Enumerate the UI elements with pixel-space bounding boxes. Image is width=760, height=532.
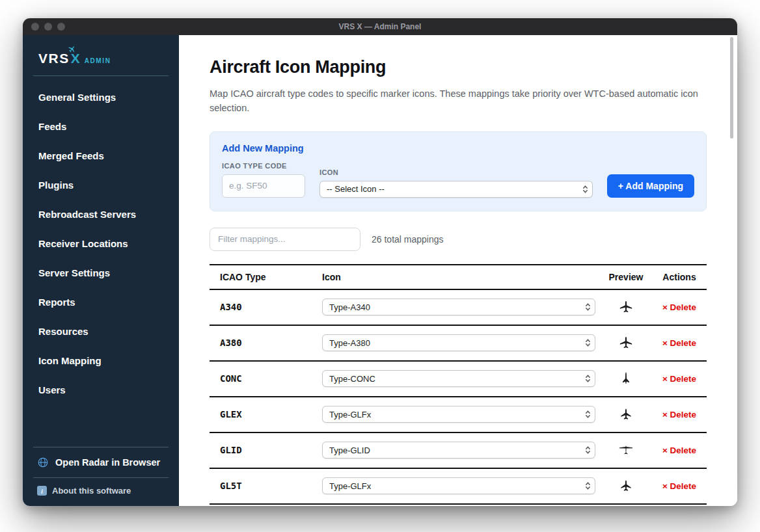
select-stepper-icon	[584, 409, 591, 419]
about-label: About this software	[52, 486, 131, 496]
glider-icon	[619, 443, 633, 457]
column-header-icon: Icon	[312, 272, 600, 282]
sidebar-item-receiver-locations[interactable]: Receiver Locations	[23, 229, 179, 258]
sidebar-nav: General SettingsFeedsMerged FeedsPlugins…	[23, 83, 179, 405]
window-titlebar: VRS X — Admin Panel	[23, 18, 737, 35]
mapping-table-body: A340 Type-A340 × Delete A380 Type-A380 ×…	[210, 290, 707, 505]
row-icon-select-value: Type-GLID	[329, 446, 370, 455]
delete-button[interactable]: × Delete	[662, 410, 696, 419]
sidebar-item-rebroadcast-servers[interactable]: Rebroadcast Servers	[23, 200, 179, 229]
window-minimize-button[interactable]	[44, 23, 52, 31]
sidebar-item-resources[interactable]: Resources	[23, 317, 179, 346]
icao-code-input[interactable]	[222, 174, 305, 198]
traffic-lights	[31, 18, 65, 35]
add-mapping-form: ICAO TYPE CODE ICON -- Select Icon -- + …	[222, 162, 694, 198]
filter-row: 26 total mappings	[210, 228, 707, 251]
sidebar-item-reports[interactable]: Reports	[23, 287, 179, 317]
window-zoom-button[interactable]	[57, 23, 65, 31]
select-stepper-icon	[582, 184, 589, 194]
table-row: GL5T Type-GLFx × Delete	[210, 469, 707, 505]
select-stepper-icon	[584, 481, 591, 491]
window-title: VRS X — Admin Panel	[23, 22, 737, 31]
mapping-table: ICAO Type Icon Preview Actions A340 Type…	[210, 264, 707, 505]
delete-button[interactable]: × Delete	[662, 338, 696, 348]
sidebar-item-icon-mapping[interactable]: Icon Mapping	[23, 346, 179, 375]
select-stepper-icon	[584, 302, 591, 312]
sidebar-footer: Open Radar in Browser i About this softw…	[23, 447, 179, 506]
icao-type-cell: GL5T	[210, 481, 312, 491]
sidebar-item-server-settings[interactable]: Server Settings	[23, 258, 179, 287]
icon-label: ICON	[319, 168, 593, 176]
row-icon-select[interactable]: Type-A380	[322, 334, 595, 351]
row-icon-select-value: Type-A380	[329, 338, 370, 348]
row-icon-select[interactable]: Type-CONC	[322, 370, 595, 387]
mapping-table-header: ICAO Type Icon Preview Actions	[210, 265, 707, 290]
main-content: Aircraft Icon Mapping Map ICAO aircraft …	[179, 35, 737, 506]
select-stepper-icon	[584, 445, 591, 455]
icon-select[interactable]: -- Select Icon --	[319, 181, 593, 198]
delete-button[interactable]: × Delete	[662, 374, 696, 384]
total-mappings-text: 26 total mappings	[372, 234, 444, 245]
table-row: A380 Type-A380 × Delete	[210, 326, 707, 362]
add-panel-title: Add New Mapping	[222, 143, 694, 153]
table-row: CONC Type-CONC × Delete	[210, 362, 707, 397]
icao-type-cell: A380	[210, 338, 312, 348]
row-icon-select-value: Type-GLFx	[329, 410, 371, 419]
scrollbar-thumb[interactable]	[730, 37, 733, 139]
row-icon-select[interactable]: Type-GLFx	[322, 406, 595, 423]
icao-type-cell: GLEX	[210, 409, 312, 419]
sidebar-item-plugins[interactable]: Plugins	[23, 170, 179, 200]
delete-button[interactable]: × Delete	[662, 302, 696, 312]
page-description: Map ICAO aircraft type codes to specific…	[210, 86, 707, 116]
table-row: A340 Type-A340 × Delete	[210, 290, 707, 326]
sidebar-item-open-radar-in-browser[interactable]: Open Radar in Browser	[23, 447, 179, 477]
app-logo: VRS X ADMIN	[33, 47, 169, 76]
row-icon-select-value: Type-CONC	[329, 374, 375, 384]
select-stepper-icon	[584, 373, 591, 384]
column-header-preview: Preview	[600, 272, 652, 282]
icao-type-code-label: ICAO TYPE CODE	[222, 162, 305, 170]
window-close-button[interactable]	[31, 23, 39, 31]
logo-admin-text: ADMIN	[85, 57, 111, 64]
icao-type-cell: A340	[210, 302, 312, 312]
column-header-actions: Actions	[652, 272, 707, 282]
row-icon-select-value: Type-GLFx	[329, 481, 371, 491]
sidebar-item-about-this-software[interactable]: i About this software	[23, 478, 179, 503]
row-icon-select[interactable]: Type-GLID	[322, 442, 595, 459]
filter-mappings-input[interactable]	[210, 228, 360, 251]
concorde-icon	[619, 371, 633, 386]
add-mapping-button[interactable]: + Add Mapping	[607, 174, 694, 198]
row-icon-select[interactable]: Type-GLFx	[322, 477, 595, 494]
bizjet-icon	[619, 479, 633, 493]
sidebar-item-feeds[interactable]: Feeds	[23, 112, 179, 141]
page-title: Aircraft Icon Mapping	[210, 57, 707, 77]
sidebar-item-general-settings[interactable]: General Settings	[23, 83, 179, 112]
column-header-icao-type: ICAO Type	[210, 272, 312, 282]
row-icon-select-value: Type-A340	[329, 302, 370, 312]
globe-icon	[37, 457, 49, 468]
add-mapping-panel: Add New Mapping ICAO TYPE CODE ICON -- S…	[210, 131, 707, 211]
bizjet-icon	[619, 407, 633, 421]
icao-type-cell: CONC	[210, 373, 312, 384]
table-row: GLID Type-GLID × Delete	[210, 433, 707, 469]
open-radar-label: Open Radar in Browser	[55, 457, 160, 468]
table-row: GLEX Type-GLFx × Delete	[210, 397, 707, 433]
sidebar-item-merged-feeds[interactable]: Merged Feeds	[23, 141, 179, 170]
airliner-icon	[619, 300, 633, 314]
icao-type-cell: GLID	[210, 445, 312, 455]
sidebar: VRS X ADMIN General SettingsFeedsMerged …	[23, 35, 179, 506]
row-icon-select[interactable]: Type-A340	[322, 299, 595, 315]
sidebar-item-users[interactable]: Users	[23, 375, 179, 405]
info-icon: i	[37, 486, 47, 496]
delete-button[interactable]: × Delete	[662, 481, 696, 491]
app-window: VRS X — Admin Panel VRS X ADMIN General …	[23, 18, 737, 506]
logo-vrs-text: VRS	[38, 51, 70, 66]
airliner-icon	[619, 336, 633, 350]
icon-select-value: -- Select Icon --	[327, 184, 385, 194]
delete-button[interactable]: × Delete	[662, 446, 696, 455]
select-stepper-icon	[584, 338, 591, 348]
